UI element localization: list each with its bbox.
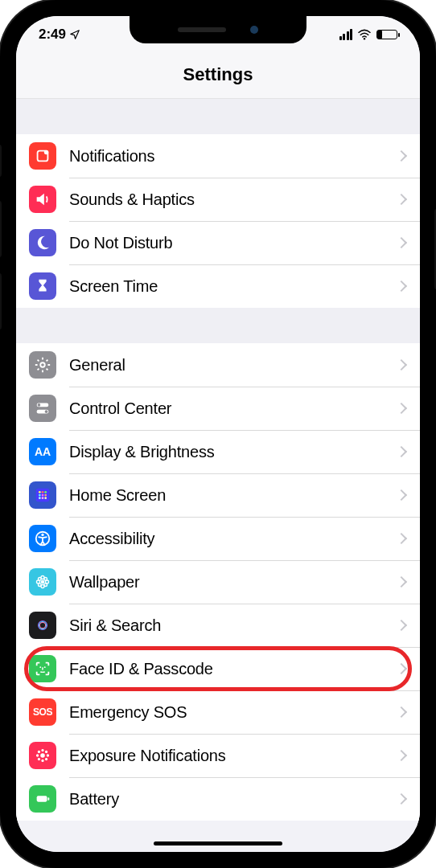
chevron-right-icon — [396, 576, 407, 588]
volume-up-button — [0, 201, 2, 257]
settings-row-exposure[interactable]: Exposure Notifications — [16, 734, 420, 777]
mute-switch — [0, 145, 2, 177]
battery-icon — [376, 30, 397, 39]
svg-point-10 — [42, 491, 44, 493]
svg-point-15 — [39, 497, 41, 499]
settings-row-label: Exposure Notifications — [69, 747, 397, 765]
svg-point-5 — [38, 403, 41, 407]
settings-list[interactable]: NotificationsSounds & HapticsDo Not Dist… — [16, 99, 420, 852]
svg-point-37 — [42, 760, 43, 761]
flower-icon — [29, 568, 56, 596]
settings-row-label: Home Screen — [69, 486, 397, 505]
location-arrow-icon — [69, 29, 80, 40]
settings-row-label: Accessibility — [69, 530, 397, 548]
svg-point-3 — [40, 362, 45, 367]
svg-point-33 — [39, 666, 41, 668]
front-camera — [250, 26, 258, 34]
settings-row-display[interactable]: AADisplay & Brightness — [16, 430, 420, 473]
svg-point-14 — [44, 494, 47, 497]
svg-rect-45 — [47, 797, 49, 800]
settings-row-label: Screen Time — [69, 277, 397, 296]
settings-row-notifications[interactable]: Notifications — [16, 134, 420, 178]
settings-group: NotificationsSounds & HapticsDo Not Dist… — [16, 134, 420, 308]
moon-icon — [29, 229, 56, 256]
chevron-right-icon — [396, 403, 407, 414]
settings-row-label: Sounds & Haptics — [69, 190, 397, 209]
volume-down-button — [0, 273, 2, 330]
settings-row-wallpaper[interactable]: Wallpaper — [16, 560, 420, 604]
home-indicator[interactable] — [154, 841, 282, 845]
exposure-icon — [29, 742, 56, 769]
chevron-right-icon — [396, 194, 407, 205]
text-size-icon: AA — [29, 438, 56, 465]
svg-point-34 — [44, 666, 46, 668]
hourglass-icon — [29, 272, 56, 300]
svg-point-36 — [42, 749, 43, 751]
settings-row-accessibility[interactable]: Accessibility — [16, 517, 420, 560]
settings-row-label: General — [69, 356, 397, 375]
settings-row-label: Emergency SOS — [69, 703, 397, 722]
settings-row-label: Control Center — [69, 399, 397, 418]
section-gap — [16, 308, 420, 343]
settings-group: GeneralControl CenterAADisplay & Brightn… — [16, 343, 420, 821]
svg-point-20 — [41, 580, 45, 584]
settings-row-controlcenter[interactable]: Control Center — [16, 387, 420, 430]
svg-point-11 — [44, 491, 47, 493]
notch — [130, 16, 306, 43]
svg-point-7 — [45, 410, 48, 413]
settings-row-label: Display & Brightness — [69, 443, 397, 461]
settings-row-sounds[interactable]: Sounds & Haptics — [16, 178, 420, 221]
settings-row-label: Do Not Disturb — [69, 234, 397, 252]
cellular-signal-icon — [339, 29, 353, 40]
settings-row-faceid[interactable]: Face ID & Passcode — [16, 647, 420, 690]
settings-row-label: Notifications — [69, 147, 397, 166]
svg-point-41 — [45, 751, 47, 752]
settings-row-siri[interactable]: Siri & Search — [16, 604, 420, 647]
svg-point-42 — [38, 758, 39, 760]
settings-row-screentime[interactable]: Screen Time — [16, 264, 420, 308]
svg-point-27 — [39, 583, 42, 587]
settings-row-homescreen[interactable]: Home Screen — [16, 473, 420, 517]
page-title: Settings — [16, 64, 420, 85]
chevron-right-icon — [396, 237, 407, 248]
settings-row-sos[interactable]: SOSEmergency SOS — [16, 690, 420, 734]
svg-point-40 — [38, 751, 39, 752]
accessibility-icon — [29, 525, 56, 552]
settings-row-label: Wallpaper — [69, 573, 397, 592]
chevron-right-icon — [396, 663, 407, 674]
notifications-icon — [29, 142, 56, 170]
chevron-right-icon — [396, 359, 407, 371]
svg-point-17 — [44, 497, 47, 499]
svg-point-39 — [47, 755, 48, 756]
chevron-right-icon — [396, 620, 407, 631]
screen: 2:49 Settings NotificationsSounds & Hapt… — [16, 16, 420, 852]
chevron-right-icon — [396, 793, 407, 805]
svg-point-25 — [39, 578, 42, 581]
chevron-right-icon — [396, 533, 407, 544]
svg-point-35 — [40, 753, 45, 758]
svg-point-38 — [36, 755, 38, 756]
svg-point-43 — [45, 758, 47, 760]
chevron-right-icon — [396, 280, 407, 292]
svg-point-19 — [41, 534, 43, 536]
grid-icon — [29, 481, 56, 509]
section-gap — [16, 99, 420, 134]
settings-row-label: Siri & Search — [69, 616, 397, 635]
settings-row-battery[interactable]: Battery — [16, 777, 420, 821]
svg-point-2 — [44, 150, 49, 155]
speaker-grille — [178, 27, 226, 32]
settings-row-label: Battery — [69, 790, 397, 809]
settings-row-dnd[interactable]: Do Not Disturb — [16, 221, 420, 264]
svg-point-9 — [39, 491, 41, 493]
chevron-right-icon — [396, 446, 407, 457]
chevron-right-icon — [396, 489, 407, 501]
svg-rect-44 — [37, 796, 47, 801]
gear-icon — [29, 351, 56, 379]
chevron-right-icon — [396, 750, 407, 761]
switches-icon — [29, 395, 56, 422]
wifi-icon — [357, 29, 372, 40]
svg-point-0 — [364, 38, 365, 39]
status-time: 2:49 — [39, 27, 66, 43]
siri-icon — [29, 612, 56, 639]
settings-row-general[interactable]: General — [16, 343, 420, 387]
